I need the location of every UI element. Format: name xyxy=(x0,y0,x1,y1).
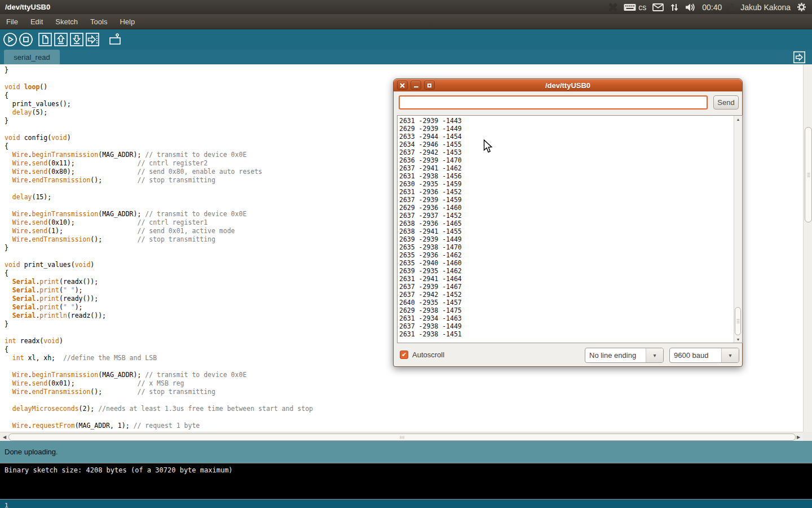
desktop: /dev/ttyUSB0 cs 00:40 Jakub Kakona xyxy=(0,0,812,508)
serial-data-row: 2635 -2938 -1470 xyxy=(399,243,733,251)
tab-menu-button[interactable] xyxy=(792,50,806,64)
bowtie-indicator-icon[interactable] xyxy=(608,3,617,12)
console-output: Binary sketch size: 4208 bytes (of a 307… xyxy=(0,463,812,477)
serial-scroll-down-icon[interactable]: ▼ xyxy=(734,336,742,343)
serial-output-scrollbar-thumb[interactable] xyxy=(735,307,741,335)
serial-monitor-controls: Autoscroll No line ending 9600 baud xyxy=(394,348,742,364)
mail-icon[interactable] xyxy=(652,3,664,11)
stop-button[interactable] xyxy=(18,32,33,47)
window-minimize-button[interactable] xyxy=(411,81,421,90)
serial-data-row: 2629 -2938 -1475 xyxy=(399,306,733,314)
code-line xyxy=(5,413,803,422)
session-gear-icon[interactable] xyxy=(797,2,806,12)
keyboard-layout-label: cs xyxy=(638,3,646,12)
serial-data-row: 2635 -2936 -1462 xyxy=(399,251,733,259)
serial-data-row: 2637 -2942 -1452 xyxy=(399,291,733,299)
serial-scroll-up-icon[interactable]: ▲ xyxy=(734,116,742,122)
window-close-button[interactable] xyxy=(397,81,408,90)
serial-send-input[interactable] xyxy=(399,95,708,110)
upload-button[interactable] xyxy=(85,32,100,47)
editor-vertical-scrollbar[interactable] xyxy=(803,64,812,432)
editor-horizontal-scrollbar-thumb[interactable] xyxy=(8,433,796,441)
window-maximize-button[interactable] xyxy=(424,81,435,90)
clock[interactable]: 00:40 xyxy=(702,3,722,12)
system-tray: cs 00:40 Jakub Kakona xyxy=(608,2,812,12)
line-number-indicator: 1 xyxy=(0,502,8,508)
network-sync-icon[interactable] xyxy=(670,3,679,12)
serial-monitor-button[interactable] xyxy=(107,32,122,47)
serial-data-row: 2630 -2935 -1459 xyxy=(399,180,733,188)
scrollbar-corner xyxy=(803,432,812,441)
line-ending-select[interactable]: No line ending xyxy=(585,348,664,363)
serial-data-row: 2629 -2939 -1449 xyxy=(399,125,733,133)
serial-data-row: 2639 -2939 -1449 xyxy=(399,235,733,243)
autoscroll-label: Autoscroll xyxy=(412,351,444,359)
chevron-down-icon[interactable] xyxy=(721,348,739,362)
tab-strip: serial_read xyxy=(0,50,812,64)
menu-help[interactable]: Help xyxy=(113,15,141,28)
volume-icon[interactable] xyxy=(685,3,696,12)
serial-data-row: 2631 -2938 -1456 xyxy=(399,172,733,180)
new-sketch-button[interactable] xyxy=(37,32,52,47)
serial-monitor-titlebar[interactable]: /dev/ttyUSB0 xyxy=(394,79,742,91)
serial-data-row: 2637 -2942 -1453 xyxy=(399,148,733,156)
code-line: Wire.beginTransmission(MAG_ADDR); // tra… xyxy=(5,371,803,379)
serial-output-text: 2631 -2939 -14432629 -2939 -14492633 -29… xyxy=(399,117,733,343)
serial-data-row: 2637 -2941 -1462 xyxy=(399,164,733,172)
menu-tools[interactable]: Tools xyxy=(84,15,113,28)
toolbar xyxy=(0,29,812,50)
send-button[interactable]: Send xyxy=(713,95,739,110)
verify-button[interactable] xyxy=(2,32,17,47)
serial-monitor-window: /dev/ttyUSB0 Send 2631 -2939 -14432629 -… xyxy=(393,78,743,367)
baud-rate-value: 9600 baud xyxy=(670,348,721,362)
status-bar: Done uploading. xyxy=(0,441,812,463)
open-button[interactable] xyxy=(53,32,68,47)
serial-data-row: 2636 -2939 -1470 xyxy=(399,156,733,164)
user-icon xyxy=(728,3,736,11)
autoscroll-checkbox[interactable] xyxy=(400,351,408,359)
serial-data-row: 2629 -2936 -1460 xyxy=(399,204,733,212)
code-line: Wire.endTransmission(); // stop transmit… xyxy=(5,388,803,396)
serial-output-scrollbar[interactable]: ▲ ▼ xyxy=(734,116,742,343)
serial-data-row: 2633 -2944 -1454 xyxy=(399,133,733,141)
line-ending-value: No line ending xyxy=(585,348,646,362)
editor-vertical-scrollbar-thumb[interactable] xyxy=(805,127,812,222)
tab-label: serial_read xyxy=(14,53,50,62)
serial-output-area[interactable]: 2631 -2939 -14432629 -2939 -14492633 -29… xyxy=(397,115,743,343)
serial-data-row: 2638 -2936 -1465 xyxy=(399,220,733,227)
menu-sketch[interactable]: Sketch xyxy=(49,15,84,28)
build-console: Binary sketch size: 4208 bytes (of a 307… xyxy=(0,463,812,500)
status-message: Done uploading. xyxy=(0,448,58,456)
serial-data-row: 2631 -2934 -1463 xyxy=(399,314,733,322)
scroll-left-arrow-icon[interactable]: ◀ xyxy=(1,433,8,441)
serial-data-row: 2640 -2935 -1457 xyxy=(399,299,733,306)
serial-data-row: 2635 -2940 -1460 xyxy=(399,259,733,267)
serial-data-row: 2634 -2946 -1455 xyxy=(399,141,733,148)
serial-data-row: 2631 -2938 -1451 xyxy=(399,330,733,338)
serial-data-row: 2637 -2938 -1449 xyxy=(399,322,733,330)
chevron-down-icon[interactable] xyxy=(646,348,663,362)
menubar: File Edit Sketch Tools Help xyxy=(0,14,812,29)
user-menu[interactable]: Jakub Kakona xyxy=(740,3,791,12)
baud-rate-select[interactable]: 9600 baud xyxy=(669,348,739,363)
send-button-label: Send xyxy=(717,98,734,107)
editor-footer: 1 xyxy=(0,500,812,508)
code-line: delayMicroseconds(2); //needs at least 1… xyxy=(5,405,803,413)
code-line: Wire.requestFrom(MAG_ADDR, 1); // reques… xyxy=(5,422,803,430)
serial-data-row: 2631 -2941 -1464 xyxy=(399,275,733,283)
code-line: Wire.send(0x01); // x MSB reg xyxy=(5,379,803,388)
editor-horizontal-scrollbar[interactable]: ◀ ▶ xyxy=(0,432,803,441)
active-window-title: /dev/ttyUSB0 xyxy=(0,3,50,11)
serial-monitor-title: /dev/ttyUSB0 xyxy=(394,81,742,90)
save-button[interactable] xyxy=(69,32,84,47)
top-panel: /dev/ttyUSB0 cs 00:40 Jakub Kakona xyxy=(0,0,812,14)
serial-data-row: 2631 -2939 -1443 xyxy=(399,117,733,125)
menu-file[interactable]: File xyxy=(0,15,24,28)
serial-data-row: 2631 -2936 -1452 xyxy=(399,188,733,196)
tab-serial-read[interactable]: serial_read xyxy=(4,50,60,64)
keyboard-layout-icon[interactable]: cs xyxy=(624,3,646,12)
menu-edit[interactable]: Edit xyxy=(24,15,49,28)
serial-data-row: 2639 -2935 -1462 xyxy=(399,267,733,275)
scroll-right-arrow-icon[interactable]: ▶ xyxy=(795,433,802,441)
serial-data-row: 2637 -2937 -1452 xyxy=(399,212,733,220)
